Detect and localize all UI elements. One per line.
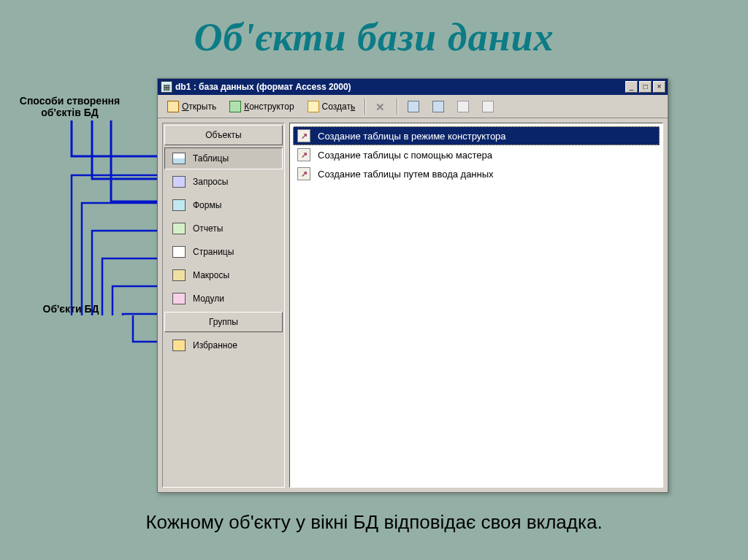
pages-icon bbox=[172, 246, 186, 258]
callout-create-methods: Способи створення об'єктів БД bbox=[6, 95, 134, 118]
view-small-icon bbox=[432, 101, 444, 112]
list-item-label: Создание таблицы путем ввода данных bbox=[318, 169, 494, 180]
list-item-create-enter[interactable]: ↗ Создание таблицы путем ввода данных bbox=[293, 164, 660, 183]
maximize-button[interactable]: □ bbox=[639, 81, 652, 93]
groups-header[interactable]: Группы bbox=[164, 312, 283, 332]
object-tab-queries[interactable]: Запросы bbox=[164, 171, 283, 193]
group-label: Избранное bbox=[193, 340, 237, 350]
toolbar: Открыть Конструктор Создать ✕ bbox=[158, 95, 668, 118]
view-list-icon bbox=[457, 101, 469, 112]
group-favorites[interactable]: Избранное bbox=[164, 334, 283, 356]
object-tab-label: Страницы bbox=[193, 247, 234, 257]
open-button[interactable]: Открыть bbox=[162, 98, 221, 115]
forms-icon bbox=[172, 199, 186, 211]
object-tab-label: Запросы bbox=[193, 177, 228, 187]
window-controls: _ □ × bbox=[625, 81, 665, 93]
delete-button: ✕ bbox=[370, 98, 392, 115]
new-label: Создать bbox=[322, 101, 356, 112]
toolbar-separator bbox=[365, 99, 366, 115]
view-details-icon bbox=[482, 101, 494, 112]
window-icon: ▦ bbox=[161, 81, 172, 93]
slide-footer: Кожному об'єкту у вікні БД відповідає св… bbox=[0, 511, 748, 534]
view-large-icon bbox=[408, 101, 419, 112]
titlebar: ▦ db1 : база данных (формат Access 2000)… bbox=[158, 79, 668, 95]
design-label: Конструктор bbox=[244, 101, 294, 112]
access-db-window: ▦ db1 : база данных (формат Access 2000)… bbox=[157, 78, 668, 493]
list-item-create-wizard[interactable]: ↗ Создание таблицы с помощью мастера bbox=[293, 145, 660, 164]
new-button[interactable]: Создать bbox=[302, 98, 361, 115]
view-details-button[interactable] bbox=[477, 98, 499, 115]
view-small-button[interactable] bbox=[427, 98, 449, 115]
slide-title: Об'єкти бази даних bbox=[0, 0, 748, 60]
object-tab-macros[interactable]: Макросы bbox=[164, 264, 283, 286]
window-title: db1 : база данных (формат Access 2000) bbox=[175, 82, 625, 92]
object-tab-reports[interactable]: Отчеты bbox=[164, 218, 283, 239]
object-tab-forms[interactable]: Формы bbox=[164, 194, 283, 216]
modules-icon bbox=[172, 293, 186, 304]
object-tab-modules[interactable]: Модули bbox=[164, 288, 283, 310]
content-panel: ↗ Создание таблицы в режиме конструктора… bbox=[289, 123, 663, 488]
delete-icon: ✕ bbox=[375, 101, 387, 112]
new-icon bbox=[308, 101, 319, 112]
callout-db-objects: Об'єкти БД bbox=[16, 303, 126, 315]
open-icon bbox=[167, 101, 179, 112]
object-tab-label: Таблицы bbox=[193, 153, 229, 164]
list-item-label: Создание таблицы с помощью мастера bbox=[318, 150, 492, 161]
view-large-button[interactable] bbox=[402, 98, 424, 115]
shortcut-icon: ↗ bbox=[297, 167, 310, 180]
view-list-button[interactable] bbox=[452, 98, 474, 115]
design-button[interactable]: Конструктор bbox=[224, 98, 299, 115]
macros-icon bbox=[172, 269, 186, 281]
queries-icon bbox=[172, 176, 186, 188]
reports-icon bbox=[172, 223, 186, 234]
open-label: Открыть bbox=[182, 101, 216, 112]
design-icon bbox=[229, 101, 241, 112]
close-button[interactable]: × bbox=[653, 81, 665, 93]
object-tab-label: Отчеты bbox=[193, 223, 223, 234]
tables-icon bbox=[172, 153, 186, 164]
list-item-label: Создание таблицы в режиме конструктора bbox=[318, 131, 506, 142]
object-tab-pages[interactable]: Страницы bbox=[164, 241, 283, 263]
favorites-icon bbox=[172, 340, 186, 351]
object-tab-tables[interactable]: Таблицы bbox=[164, 147, 283, 169]
list-item-create-design[interactable]: ↗ Создание таблицы в режиме конструктора bbox=[293, 126, 660, 145]
object-tab-label: Формы bbox=[193, 200, 221, 210]
shortcut-icon: ↗ bbox=[297, 129, 310, 142]
objects-panel: Объекты Таблицы Запросы Формы Отчеты Стр… bbox=[162, 123, 285, 488]
object-tab-label: Макросы bbox=[193, 270, 229, 280]
minimize-button[interactable]: _ bbox=[625, 81, 638, 93]
object-tab-label: Модули bbox=[193, 294, 224, 304]
objects-header[interactable]: Объекты bbox=[164, 125, 283, 145]
shortcut-icon: ↗ bbox=[297, 148, 310, 161]
toolbar-separator-2 bbox=[397, 99, 398, 115]
